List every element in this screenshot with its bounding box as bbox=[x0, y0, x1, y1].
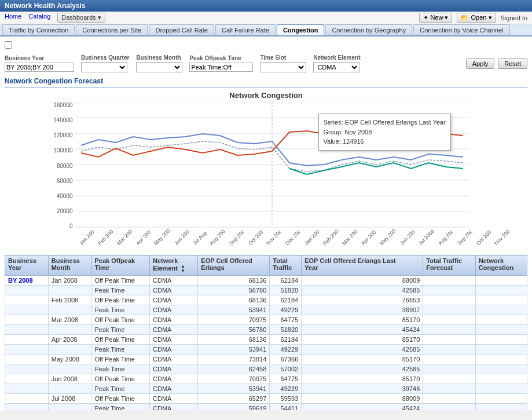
table-cell: 54411 bbox=[270, 404, 302, 411]
y-label-60000: 60000 bbox=[57, 178, 73, 184]
table-cell bbox=[475, 325, 527, 335]
table-cell: 42585 bbox=[302, 286, 423, 295]
main-checkbox[interactable] bbox=[5, 41, 12, 49]
tooltip-value: Value: 124916 bbox=[324, 137, 446, 147]
checkbox-row bbox=[5, 41, 527, 50]
table-cell: Apr 2008 bbox=[48, 335, 91, 345]
table-cell: 73814 bbox=[198, 355, 270, 364]
table-cell: 64775 bbox=[270, 374, 302, 384]
table-cell: Jan 2008 bbox=[48, 276, 91, 286]
table-cell bbox=[5, 286, 49, 295]
table-cell bbox=[5, 345, 49, 355]
table-cell: 88009 bbox=[302, 276, 423, 286]
table-cell: CDMA bbox=[150, 345, 198, 355]
table-cell: 62458 bbox=[198, 364, 270, 374]
tab-connection-by-geography[interactable]: Connection by Geography bbox=[325, 24, 412, 35]
tab-dropped-call-rate[interactable]: Dropped Call Rate bbox=[149, 24, 214, 35]
table-cell: 49229 bbox=[270, 345, 302, 355]
table-cell: 67366 bbox=[270, 355, 302, 364]
table-cell bbox=[423, 394, 475, 404]
table-cell bbox=[423, 404, 475, 411]
table-cell: 49229 bbox=[270, 384, 302, 394]
table-cell: Peak Time bbox=[91, 286, 150, 295]
table-row: Jul 2008Off Peak TimeCDMA652975959388009 bbox=[5, 394, 527, 404]
table-cell: 53941 bbox=[198, 384, 270, 394]
table-cell bbox=[475, 355, 527, 364]
table-cell bbox=[423, 364, 475, 374]
table-cell: CDMA bbox=[150, 355, 198, 364]
table-cell: 56780 bbox=[198, 325, 270, 335]
table-row: Peak TimeCDMA596195441145424 bbox=[5, 404, 527, 411]
new-btn[interactable]: ✦ New ▾ bbox=[419, 13, 452, 23]
table-cell: 36907 bbox=[302, 305, 423, 315]
table-cell: 62184 bbox=[270, 276, 302, 286]
table-cell bbox=[5, 355, 49, 364]
business-year-input[interactable] bbox=[5, 63, 74, 72]
table-cell: Off Peak Time bbox=[91, 335, 150, 345]
table-cell bbox=[5, 305, 49, 315]
business-quarter-select[interactable] bbox=[81, 62, 127, 72]
table-cell: Peak Time bbox=[91, 345, 150, 355]
table-body: BY 2008Jan 2008Off Peak TimeCDMA68136621… bbox=[5, 276, 527, 411]
apply-button[interactable]: Apply bbox=[466, 59, 495, 69]
tab-connections-per-site[interactable]: Connections per Site bbox=[76, 24, 148, 35]
time-slot-select[interactable] bbox=[260, 62, 306, 72]
col-header-eop-ly: EOP Cell Offered Erlangs LastYear bbox=[302, 255, 423, 276]
table-cell bbox=[5, 335, 49, 345]
reset-button[interactable]: Reset bbox=[498, 59, 527, 69]
network-element-select[interactable]: CDMA bbox=[313, 62, 359, 72]
table-cell: 68136 bbox=[198, 276, 270, 286]
table-cell: Peak Time bbox=[91, 364, 150, 374]
table-cell bbox=[5, 315, 49, 325]
table-cell: Off Peak Time bbox=[91, 295, 150, 305]
table-cell bbox=[5, 374, 49, 384]
table-cell bbox=[475, 404, 527, 411]
table-cell: Feb 2008 bbox=[48, 295, 91, 305]
table-cell: BY 2008 bbox=[5, 276, 49, 286]
table-cell: 70975 bbox=[198, 374, 270, 384]
chart-container: Network Congestion 160000 140000 120000 … bbox=[46, 91, 486, 248]
tabs-bar: Traffic by ConnectionConnections per Sit… bbox=[0, 24, 532, 36]
table-cell: 45424 bbox=[302, 404, 423, 411]
table-cell: CDMA bbox=[150, 325, 198, 335]
catalog-link[interactable]: Catalog bbox=[28, 13, 50, 23]
table-cell bbox=[475, 364, 527, 374]
table-cell bbox=[48, 325, 91, 335]
table-row: Peak TimeCDMA567805182045424 bbox=[5, 325, 527, 335]
business-month-select[interactable] bbox=[136, 62, 182, 72]
table-cell: CDMA bbox=[150, 394, 198, 404]
element-sort-icon[interactable]: ▲▼ bbox=[181, 264, 185, 273]
business-month-label: Business Month bbox=[136, 54, 182, 61]
table-cell: CDMA bbox=[150, 315, 198, 325]
table-cell: 57002 bbox=[270, 364, 302, 374]
home-link[interactable]: Home bbox=[5, 13, 21, 23]
tab-traffic-by-connection[interactable]: Traffic by Connection bbox=[2, 24, 75, 35]
business-year-filter: Business Year bbox=[5, 55, 74, 72]
y-label-140000: 140000 bbox=[53, 117, 72, 123]
tab-congestion[interactable]: Congestion bbox=[277, 24, 325, 35]
top-nav-links: Home Catalog Dashboards ▾ bbox=[5, 13, 105, 23]
table-row: Jun 2008Off Peak TimeCDMA709756477585170 bbox=[5, 374, 527, 384]
x-label-oct08: Oct 200 bbox=[475, 229, 492, 246]
table-cell bbox=[475, 345, 527, 355]
col-header-congestion: NetworkCongestion bbox=[475, 255, 527, 276]
chart-title: Network Congestion bbox=[46, 91, 486, 100]
col-header-month: BusinessMonth bbox=[48, 255, 91, 276]
table-cell bbox=[423, 305, 475, 315]
table-cell: 76653 bbox=[302, 295, 423, 305]
table-cell bbox=[475, 374, 527, 384]
tab-connection-by-voice-channel[interactable]: Connection by Voice Channel bbox=[413, 24, 509, 35]
table-cell: 88009 bbox=[302, 394, 423, 404]
table-cell: 42585 bbox=[302, 345, 423, 355]
tab-call-failure-rate[interactable]: Call Failure Rate bbox=[215, 24, 276, 35]
table-cell bbox=[5, 384, 49, 394]
open-btn[interactable]: 📂 Open ▾ bbox=[457, 13, 496, 23]
table-cell bbox=[48, 286, 91, 295]
table-cell: Off Peak Time bbox=[91, 276, 150, 286]
peak-offpeak-input[interactable] bbox=[189, 63, 253, 72]
dashboards-btn[interactable]: Dashboards ▾ bbox=[57, 13, 105, 23]
tooltip-series: Series: EOP Cell Offered Erlangs Last Ye… bbox=[324, 118, 446, 127]
table-cell: Off Peak Time bbox=[91, 374, 150, 384]
table-cell bbox=[423, 286, 475, 295]
table-cell bbox=[48, 305, 91, 315]
